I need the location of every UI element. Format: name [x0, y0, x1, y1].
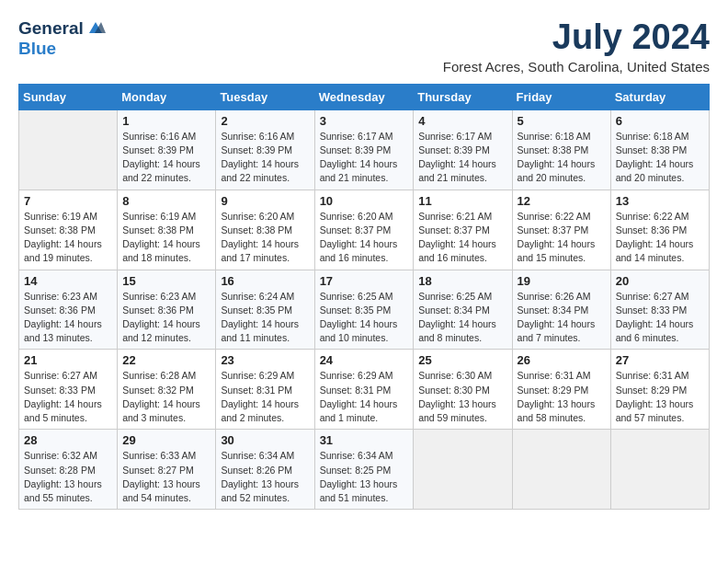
day-info: Sunrise: 6:33 AMSunset: 8:27 PMDaylight:… — [122, 449, 210, 505]
calendar-cell: 5Sunrise: 6:18 AMSunset: 8:38 PMDaylight… — [512, 109, 610, 190]
calendar-cell: 19Sunrise: 6:26 AMSunset: 8:34 PMDayligh… — [512, 270, 610, 350]
day-number: 18 — [418, 274, 506, 288]
week-row-2: 7Sunrise: 6:19 AMSunset: 8:38 PMDaylight… — [19, 190, 710, 270]
week-row-3: 14Sunrise: 6:23 AMSunset: 8:36 PMDayligh… — [19, 270, 710, 350]
day-info: Sunrise: 6:27 AMSunset: 8:33 PMDaylight:… — [616, 290, 704, 346]
calendar-cell — [414, 430, 512, 510]
logo-icon — [85, 20, 106, 37]
day-info: Sunrise: 6:17 AMSunset: 8:39 PMDaylight:… — [320, 130, 409, 186]
calendar-cell: 11Sunrise: 6:21 AMSunset: 8:37 PMDayligh… — [414, 190, 512, 270]
calendar-cell: 31Sunrise: 6:34 AMSunset: 8:25 PMDayligh… — [314, 430, 414, 510]
week-row-5: 28Sunrise: 6:32 AMSunset: 8:28 PMDayligh… — [19, 430, 710, 510]
day-number: 27 — [616, 353, 704, 367]
day-number: 1 — [122, 114, 210, 128]
day-info: Sunrise: 6:21 AMSunset: 8:37 PMDaylight:… — [418, 210, 506, 266]
day-number: 21 — [24, 353, 112, 367]
day-info: Sunrise: 6:25 AMSunset: 8:35 PMDaylight:… — [320, 290, 409, 346]
day-header-saturday: Saturday — [610, 84, 709, 109]
day-header-wednesday: Wednesday — [314, 84, 414, 109]
calendar-cell: 22Sunrise: 6:28 AMSunset: 8:32 PMDayligh… — [118, 350, 216, 430]
day-header-sunday: Sunday — [19, 84, 118, 109]
day-number: 23 — [221, 353, 309, 367]
calendar-cell: 23Sunrise: 6:29 AMSunset: 8:31 PMDayligh… — [216, 350, 314, 430]
calendar-cell: 24Sunrise: 6:29 AMSunset: 8:31 PMDayligh… — [314, 350, 414, 430]
calendar-table: SundayMondayTuesdayWednesdayThursdayFrid… — [18, 84, 710, 510]
calendar-cell: 14Sunrise: 6:23 AMSunset: 8:36 PMDayligh… — [19, 270, 118, 350]
day-number: 26 — [518, 353, 606, 367]
calendar-cell: 13Sunrise: 6:22 AMSunset: 8:36 PMDayligh… — [610, 190, 709, 270]
day-number: 8 — [122, 194, 210, 208]
day-info: Sunrise: 6:31 AMSunset: 8:29 PMDaylight:… — [616, 369, 704, 425]
calendar-cell — [512, 430, 610, 510]
day-number: 17 — [320, 274, 409, 288]
day-info: Sunrise: 6:16 AMSunset: 8:39 PMDaylight:… — [122, 130, 210, 186]
day-number: 10 — [320, 194, 409, 208]
calendar-cell: 15Sunrise: 6:23 AMSunset: 8:36 PMDayligh… — [118, 270, 216, 350]
day-info: Sunrise: 6:32 AMSunset: 8:28 PMDaylight:… — [24, 449, 112, 505]
day-info: Sunrise: 6:25 AMSunset: 8:34 PMDaylight:… — [418, 290, 506, 346]
day-number: 20 — [616, 274, 704, 288]
calendar-cell: 8Sunrise: 6:19 AMSunset: 8:38 PMDaylight… — [118, 190, 216, 270]
day-info: Sunrise: 6:22 AMSunset: 8:36 PMDaylight:… — [616, 210, 704, 266]
calendar-cell: 9Sunrise: 6:20 AMSunset: 8:38 PMDaylight… — [216, 190, 314, 270]
calendar-cell: 27Sunrise: 6:31 AMSunset: 8:29 PMDayligh… — [610, 350, 709, 430]
calendar-cell: 7Sunrise: 6:19 AMSunset: 8:38 PMDaylight… — [19, 190, 118, 270]
calendar-cell: 21Sunrise: 6:27 AMSunset: 8:33 PMDayligh… — [19, 350, 118, 430]
day-number: 30 — [221, 433, 309, 447]
day-number: 15 — [122, 274, 210, 288]
day-number: 3 — [320, 114, 409, 128]
calendar-cell: 1Sunrise: 6:16 AMSunset: 8:39 PMDaylight… — [118, 109, 216, 190]
day-info: Sunrise: 6:29 AMSunset: 8:31 PMDaylight:… — [320, 369, 409, 425]
calendar-cell: 10Sunrise: 6:20 AMSunset: 8:37 PMDayligh… — [314, 190, 414, 270]
week-row-4: 21Sunrise: 6:27 AMSunset: 8:33 PMDayligh… — [19, 350, 710, 430]
day-info: Sunrise: 6:19 AMSunset: 8:38 PMDaylight:… — [24, 210, 112, 266]
day-number: 9 — [221, 194, 309, 208]
calendar-cell: 12Sunrise: 6:22 AMSunset: 8:37 PMDayligh… — [512, 190, 610, 270]
day-number: 29 — [122, 433, 210, 447]
day-info: Sunrise: 6:17 AMSunset: 8:39 PMDaylight:… — [418, 130, 506, 186]
week-row-1: 1Sunrise: 6:16 AMSunset: 8:39 PMDaylight… — [19, 109, 710, 190]
day-number: 11 — [418, 194, 506, 208]
title-area: July 2024 Forest Acres, South Carolina, … — [443, 18, 710, 75]
calendar-cell: 25Sunrise: 6:30 AMSunset: 8:30 PMDayligh… — [414, 350, 512, 430]
day-number: 5 — [518, 114, 606, 128]
day-number: 2 — [221, 114, 309, 128]
day-number: 31 — [320, 433, 409, 447]
day-header-tuesday: Tuesday — [216, 84, 314, 109]
day-number: 24 — [320, 353, 409, 367]
day-number: 14 — [24, 274, 112, 288]
day-info: Sunrise: 6:34 AMSunset: 8:26 PMDaylight:… — [221, 449, 309, 505]
calendar-cell: 18Sunrise: 6:25 AMSunset: 8:34 PMDayligh… — [414, 270, 512, 350]
calendar-cell: 20Sunrise: 6:27 AMSunset: 8:33 PMDayligh… — [610, 270, 709, 350]
day-number: 25 — [418, 353, 506, 367]
day-info: Sunrise: 6:26 AMSunset: 8:34 PMDaylight:… — [518, 290, 606, 346]
day-info: Sunrise: 6:27 AMSunset: 8:33 PMDaylight:… — [24, 369, 112, 425]
calendar-cell: 26Sunrise: 6:31 AMSunset: 8:29 PMDayligh… — [512, 350, 610, 430]
day-header-friday: Friday — [512, 84, 610, 109]
header: General Blue July 2024 Forest Acres, Sou… — [18, 18, 710, 75]
calendar-cell: 29Sunrise: 6:33 AMSunset: 8:27 PMDayligh… — [118, 430, 216, 510]
day-number: 16 — [221, 274, 309, 288]
day-info: Sunrise: 6:30 AMSunset: 8:30 PMDaylight:… — [418, 369, 506, 425]
calendar-cell — [19, 109, 118, 190]
day-info: Sunrise: 6:18 AMSunset: 8:38 PMDaylight:… — [518, 130, 606, 186]
calendar-cell: 16Sunrise: 6:24 AMSunset: 8:35 PMDayligh… — [216, 270, 314, 350]
calendar-subtitle: Forest Acres, South Carolina, United Sta… — [443, 59, 710, 75]
day-number: 19 — [518, 274, 606, 288]
day-info: Sunrise: 6:16 AMSunset: 8:39 PMDaylight:… — [221, 130, 309, 186]
logo: General Blue — [18, 18, 106, 59]
calendar-cell: 28Sunrise: 6:32 AMSunset: 8:28 PMDayligh… — [19, 430, 118, 510]
calendar-cell: 17Sunrise: 6:25 AMSunset: 8:35 PMDayligh… — [314, 270, 414, 350]
day-number: 7 — [24, 194, 112, 208]
day-info: Sunrise: 6:24 AMSunset: 8:35 PMDaylight:… — [221, 290, 309, 346]
calendar-cell: 4Sunrise: 6:17 AMSunset: 8:39 PMDaylight… — [414, 109, 512, 190]
day-info: Sunrise: 6:28 AMSunset: 8:32 PMDaylight:… — [122, 369, 210, 425]
day-info: Sunrise: 6:34 AMSunset: 8:25 PMDaylight:… — [320, 449, 409, 505]
day-info: Sunrise: 6:20 AMSunset: 8:38 PMDaylight:… — [221, 210, 309, 266]
day-info: Sunrise: 6:22 AMSunset: 8:37 PMDaylight:… — [518, 210, 606, 266]
day-number: 6 — [616, 114, 704, 128]
calendar-cell: 2Sunrise: 6:16 AMSunset: 8:39 PMDaylight… — [216, 109, 314, 190]
day-number: 12 — [518, 194, 606, 208]
calendar-cell — [610, 430, 709, 510]
calendar-cell: 3Sunrise: 6:17 AMSunset: 8:39 PMDaylight… — [314, 109, 414, 190]
